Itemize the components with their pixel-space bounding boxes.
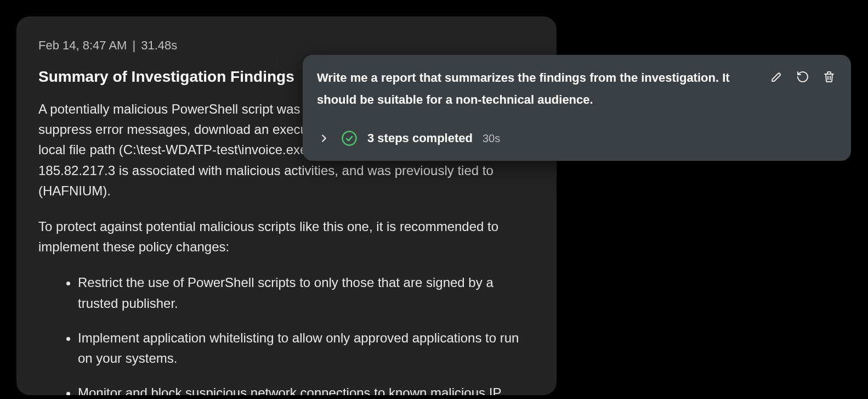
prompt-actions — [769, 67, 837, 85]
status-row: 3 steps completed 30s — [317, 130, 837, 147]
svg-point-0 — [343, 132, 356, 145]
edit-icon[interactable] — [769, 69, 784, 85]
prompt-panel: Write me a report that summarizes the fi… — [303, 55, 851, 161]
report-duration: 31.48s — [141, 38, 177, 53]
meta-separator: | — [132, 38, 135, 53]
refresh-icon[interactable] — [795, 69, 810, 85]
status-duration: 30s — [483, 132, 500, 145]
report-recommendations: Restrict the use of PowerShell scripts t… — [38, 272, 535, 395]
status-label: 3 steps completed — [367, 131, 473, 145]
report-timestamp: Feb 14, 8:47 AM — [38, 38, 127, 53]
report-paragraph-2: To protect against potential malicious s… — [38, 216, 535, 257]
list-item: Restrict the use of PowerShell scripts t… — [78, 272, 535, 313]
chevron-right-icon[interactable] — [317, 131, 331, 145]
prompt-text: Write me a report that summarizes the fi… — [317, 67, 759, 110]
check-circle-icon — [341, 130, 358, 147]
delete-icon[interactable] — [821, 69, 837, 85]
list-item: Monitor and block suspicious network con… — [78, 383, 535, 395]
list-item: Implement application whitelisting to al… — [78, 328, 535, 368]
report-meta: Feb 14, 8:47 AM | 31.48s — [38, 38, 535, 53]
